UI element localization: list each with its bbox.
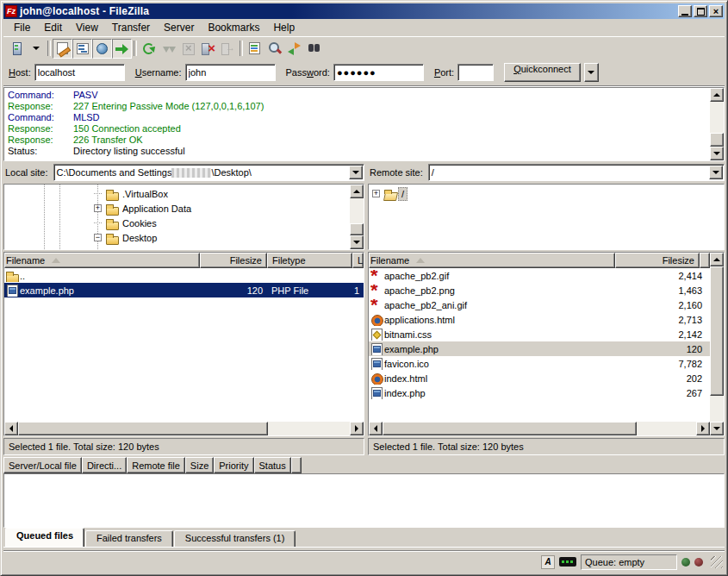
remote-site-dropdown-button[interactable]: [709, 166, 723, 179]
quickconnect-dropdown-button[interactable]: [584, 63, 599, 82]
queue-column-header[interactable]: Size: [185, 457, 214, 473]
maximize-button[interactable]: [694, 5, 707, 17]
tree-item[interactable]: Application Data: [4, 201, 350, 216]
local-tree-scrollbar[interactable]: [350, 185, 364, 249]
menu-item[interactable]: Help: [266, 20, 302, 35]
tree-item[interactable]: Desktop: [4, 230, 350, 245]
menu-item[interactable]: Edit: [37, 20, 69, 35]
close-button[interactable]: ×: [709, 5, 723, 17]
file-row[interactable]: index.php 267: [369, 385, 710, 400]
scrollbar-thumb[interactable]: [710, 133, 724, 147]
menu-item[interactable]: Transfer: [105, 20, 157, 35]
file-row[interactable]: example.php 120: [369, 341, 710, 356]
reconnect-button[interactable]: [218, 39, 238, 59]
scrollbar-thumb[interactable]: [383, 422, 637, 435]
file-row[interactable]: apache_pb2.png 1,463: [369, 283, 710, 297]
tree-expander[interactable]: [94, 234, 102, 241]
tab-successful-transfers[interactable]: Successful transfers (1): [174, 530, 296, 547]
directory-comparison-button[interactable]: [264, 39, 284, 59]
tab-failed-transfers[interactable]: Failed transfers: [85, 530, 173, 547]
resize-grip[interactable]: [711, 556, 723, 568]
queue-column-header[interactable]: Priority: [214, 457, 253, 473]
host-input[interactable]: [34, 64, 125, 81]
site-manager-button[interactable]: [6, 39, 26, 59]
tree-item[interactable]: .VirtualBox: [4, 186, 350, 201]
scroll-up-button[interactable]: [350, 185, 364, 198]
tree-item[interactable]: Cookies: [4, 216, 350, 230]
quickconnect-button[interactable]: Quickconnect: [504, 63, 581, 82]
queue-column-header[interactable]: [291, 457, 302, 473]
queue-column-header[interactable]: Remote file: [127, 457, 185, 473]
menu-item[interactable]: Server: [157, 20, 201, 35]
column-header-filename[interactable]: Filename: [369, 253, 615, 268]
scroll-left-button[interactable]: [369, 422, 383, 435]
menu-item[interactable]: File: [7, 20, 37, 35]
directory-filters-button[interactable]: [245, 39, 264, 59]
scroll-down-button[interactable]: [350, 235, 364, 249]
column-header-filesize[interactable]: Filesize: [615, 253, 700, 268]
scroll-right-button[interactable]: [696, 422, 710, 435]
file-row[interactable]: index.html 202: [369, 371, 710, 385]
queue-column-header[interactable]: Server/Local file: [3, 457, 82, 473]
username-input[interactable]: [185, 64, 276, 81]
toggle-message-log-button[interactable]: [53, 39, 72, 59]
column-header-lastmodified[interactable]: L: [352, 253, 364, 268]
transfer-queue-body[interactable]: [3, 473, 725, 528]
file-row[interactable]: favicon.ico 7,782: [369, 356, 710, 371]
tree-expander[interactable]: [94, 193, 102, 194]
scrollbar-thumb[interactable]: [18, 422, 268, 435]
scroll-down-button[interactable]: [710, 422, 724, 435]
toolbar-button[interactable]: [132, 39, 139, 59]
port-input[interactable]: [457, 64, 494, 81]
remote-list-vscrollbar[interactable]: [710, 253, 724, 435]
scroll-left-button[interactable]: [4, 422, 18, 435]
toggle-remote-tree-button[interactable]: [92, 39, 112, 59]
file-row[interactable]: example.php 120 PHP File 1: [4, 283, 364, 297]
data-type-indicator-icon[interactable]: A: [541, 555, 555, 569]
speed-limit-icon[interactable]: [559, 557, 576, 567]
toggle-transfer-queue-button[interactable]: [112, 39, 132, 59]
message-log-scrollbar[interactable]: [710, 88, 724, 160]
remote-site-combo[interactable]: /: [428, 164, 725, 181]
column-header-filename[interactable]: Filename: [4, 253, 200, 268]
scroll-down-button[interactable]: [710, 147, 724, 160]
file-row[interactable]: apache_pb2_ani.gif 2,160: [369, 297, 710, 312]
tree-expander[interactable]: [372, 190, 380, 197]
disconnect-button[interactable]: [198, 39, 218, 59]
column-header-filesize[interactable]: Filesize: [200, 253, 267, 268]
menu-item[interactable]: View: [69, 20, 105, 35]
site-manager-dropdown-button[interactable]: [26, 39, 46, 59]
queue-column-header[interactable]: Directi...: [82, 457, 127, 473]
password-input[interactable]: [333, 64, 424, 81]
remote-list-hscrollbar[interactable]: [369, 422, 710, 435]
queue-column-header[interactable]: Status: [254, 457, 291, 473]
toolbar-button[interactable]: [46, 39, 53, 59]
local-site-dropdown-button[interactable]: [349, 166, 363, 179]
file-row[interactable]: applications.html 2,713: [369, 312, 710, 327]
cancel-operation-button[interactable]: [178, 39, 198, 59]
tree-expander[interactable]: [94, 222, 102, 223]
refresh-button[interactable]: [139, 39, 159, 59]
file-row[interactable]: ..: [4, 268, 364, 283]
menu-item[interactable]: Bookmarks: [201, 20, 266, 35]
local-list-hscrollbar[interactable]: [4, 422, 364, 435]
find-files-button[interactable]: [304, 39, 324, 59]
scroll-up-button[interactable]: [710, 88, 724, 102]
scrollbar-thumb[interactable]: [350, 223, 364, 235]
toolbar-button[interactable]: [238, 39, 245, 59]
local-site-combo[interactable]: C:\Documents and Settings\Desktop\: [53, 164, 364, 181]
tree-item[interactable]: /: [369, 186, 724, 201]
synchronized-browsing-button[interactable]: [284, 39, 304, 59]
scroll-up-button[interactable]: [710, 253, 724, 266]
tab-queued-files[interactable]: Queued files: [5, 528, 84, 547]
process-queue-button[interactable]: [159, 39, 178, 59]
scroll-right-button[interactable]: [350, 422, 364, 435]
column-header-filetype[interactable]: Filetype: [267, 253, 352, 268]
scrollbar-thumb[interactable]: [710, 266, 724, 396]
toggle-local-tree-button[interactable]: [72, 39, 92, 59]
tree-expander[interactable]: [94, 204, 102, 212]
file-row[interactable]: apache_pb2.gif 2,414: [369, 268, 710, 283]
local-file-list: .. example.php 120 PHP File 1: [4, 268, 364, 422]
file-row[interactable]: bitnami.css 2,142: [369, 327, 710, 341]
minimize-button[interactable]: [678, 5, 692, 17]
